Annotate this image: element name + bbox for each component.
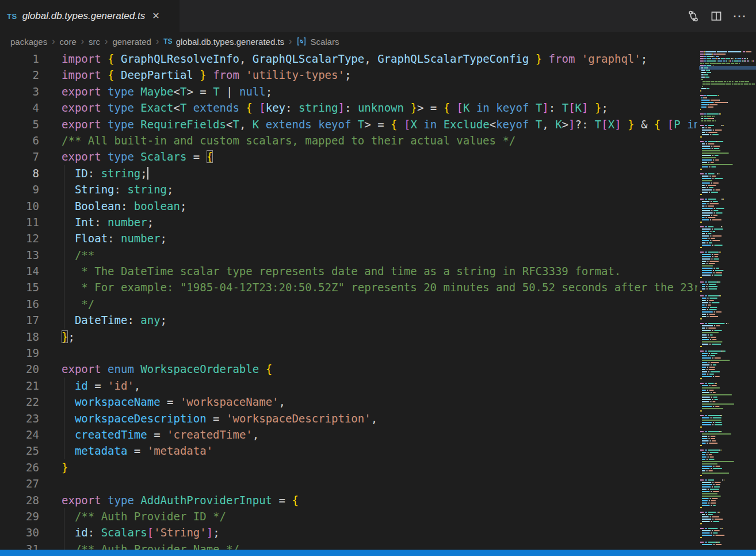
symbol-type-icon xyxy=(296,36,307,47)
editor[interactable]: import { GraphQLResolveInfo, GraphQLScal… xyxy=(0,51,756,550)
breadcrumb-item-src[interactable]: src xyxy=(89,37,100,47)
status-bar xyxy=(0,550,756,556)
indent-guide xyxy=(64,230,64,246)
code-line[interactable]: workspaceName = 'workspaceName', xyxy=(0,394,697,410)
line-number[interactable]: 22 xyxy=(0,394,39,410)
tab-bar: TS global.db.types.generated.ts ✕ xyxy=(0,0,756,32)
code-line[interactable] xyxy=(0,345,697,361)
tab-close-icon[interactable]: ✕ xyxy=(152,12,159,21)
indent-guide xyxy=(64,378,64,394)
code-line[interactable]: export type AddAuthProviderInput = { xyxy=(0,492,697,508)
gutter: 1234567891011121314151617181920212223242… xyxy=(0,51,39,550)
code-line[interactable]: id: Scalars['String']; xyxy=(0,524,697,540)
line-number[interactable]: 15 xyxy=(0,279,39,295)
code-line[interactable]: export type Maybe<T> = T | null; xyxy=(0,83,697,100)
tab-title: global.db.types.generated.ts xyxy=(22,10,146,22)
indent-guide xyxy=(64,165,64,181)
breadcrumb-separator: › xyxy=(156,36,159,47)
code-line[interactable]: metadata = 'metadata' xyxy=(0,443,697,459)
line-number[interactable]: 10 xyxy=(0,198,39,214)
line-number[interactable]: 19 xyxy=(0,345,39,361)
code-line[interactable] xyxy=(0,475,697,492)
line-number[interactable]: 25 xyxy=(0,443,39,459)
code-line[interactable]: export type Scalars = { xyxy=(0,148,697,165)
code-line[interactable]: export type Exact<T extends { [key: stri… xyxy=(0,100,697,116)
code-line[interactable]: }; xyxy=(0,329,697,345)
code-line[interactable]: workspaceDescription = 'workspaceDescrip… xyxy=(0,410,697,426)
line-number[interactable]: 12 xyxy=(0,230,39,246)
more-actions-icon[interactable]: ⋯ xyxy=(731,7,748,25)
text-cursor xyxy=(147,167,148,180)
line-number[interactable]: 8 xyxy=(0,165,39,181)
line-number[interactable]: 5 xyxy=(0,116,39,132)
line-number[interactable]: 6 xyxy=(0,132,39,148)
code-line[interactable]: export enum WorkspaceOrderable { xyxy=(0,361,697,377)
line-number[interactable]: 13 xyxy=(0,247,39,263)
typescript-file-icon: TS xyxy=(7,12,17,21)
open-changes-icon[interactable] xyxy=(685,7,702,25)
code-line[interactable]: import { DeepPartial } from 'utility-typ… xyxy=(0,67,697,83)
code-line[interactable]: /** Auth Provider ID */ xyxy=(0,508,697,524)
indent-guide xyxy=(64,247,64,263)
editor-actions: ⋯ xyxy=(685,0,756,32)
line-number[interactable]: 7 xyxy=(0,148,39,165)
code-line[interactable]: } xyxy=(0,459,697,475)
breadcrumb-separator: › xyxy=(81,36,84,47)
breadcrumb-item-filename[interactable]: global.db.types.generated.ts xyxy=(176,37,284,47)
line-number[interactable]: 4 xyxy=(0,100,39,116)
code-line[interactable]: import { GraphQLResolveInfo, GraphQLScal… xyxy=(0,51,697,67)
breadcrumb-item-generated[interactable]: generated xyxy=(112,37,151,47)
code-line[interactable]: */ xyxy=(0,296,697,312)
indent-guide xyxy=(64,426,64,443)
code-line[interactable]: Boolean: boolean; xyxy=(0,198,697,214)
code-line[interactable]: * The DateTime scalar type represents da… xyxy=(0,263,697,279)
line-number[interactable]: 18 xyxy=(0,329,39,345)
breadcrumb-item-scalars[interactable]: Scalars xyxy=(310,37,339,47)
breadcrumb-separator: › xyxy=(105,36,108,47)
line-number[interactable]: 23 xyxy=(0,410,39,426)
code-line[interactable]: /** xyxy=(0,247,697,263)
code-line[interactable]: id = 'id', xyxy=(0,378,697,394)
line-number[interactable]: 20 xyxy=(0,361,39,377)
code-line[interactable]: Float: number; xyxy=(0,230,697,246)
indent-guide xyxy=(64,312,64,328)
indent-guide xyxy=(64,214,64,230)
line-number[interactable]: 27 xyxy=(0,475,39,492)
line-number[interactable]: 9 xyxy=(0,181,39,197)
line-number[interactable]: 29 xyxy=(0,508,39,524)
line-number[interactable]: 11 xyxy=(0,214,39,230)
line-number[interactable]: 31 xyxy=(0,541,39,550)
code-line[interactable]: DateTime: any; xyxy=(0,312,697,328)
breadcrumb-item-core[interactable]: core xyxy=(60,37,77,47)
line-number[interactable]: 2 xyxy=(0,67,39,83)
line-number[interactable]: 1 xyxy=(0,51,39,67)
line-number[interactable]: 30 xyxy=(0,524,39,540)
line-number[interactable]: 17 xyxy=(0,312,39,328)
code-line[interactable]: createdTime = 'createdTime', xyxy=(0,426,697,443)
indent-guide xyxy=(64,279,64,295)
line-number[interactable]: 26 xyxy=(0,459,39,475)
code-line[interactable]: /** All built-in and custom scalars, map… xyxy=(0,132,697,148)
code-line[interactable]: /** Auth Provider Name */ xyxy=(0,541,697,550)
code-line[interactable]: String: string; xyxy=(0,181,697,197)
indent-guide xyxy=(64,263,64,279)
code-line[interactable]: * For example: "1985-04-12T23:20:50.52Z"… xyxy=(0,279,697,295)
tab-global-db-types-generated-ts[interactable]: TS global.db.types.generated.ts ✕ xyxy=(0,0,180,32)
code-lines: import { GraphQLResolveInfo, GraphQLScal… xyxy=(0,51,697,550)
indent-guide xyxy=(64,198,64,214)
code-line[interactable]: ID: string; xyxy=(0,165,697,181)
breadcrumb-separator: › xyxy=(289,36,292,47)
line-number[interactable]: 24 xyxy=(0,426,39,443)
line-number[interactable]: 28 xyxy=(0,492,39,508)
typescript-file-icon: TS xyxy=(163,37,172,45)
line-number[interactable]: 3 xyxy=(0,83,39,100)
line-number[interactable]: 16 xyxy=(0,296,39,312)
code-line[interactable]: Int: number; xyxy=(0,214,697,230)
breadcrumb-item-packages[interactable]: packages xyxy=(10,37,47,47)
code-line[interactable]: export type RequireFields<T, K extends k… xyxy=(0,116,697,132)
line-number[interactable]: 14 xyxy=(0,263,39,279)
line-number[interactable]: 21 xyxy=(0,378,39,394)
indent-guide xyxy=(64,394,64,410)
split-editor-icon[interactable] xyxy=(708,7,725,25)
minimap[interactable] xyxy=(699,51,756,550)
